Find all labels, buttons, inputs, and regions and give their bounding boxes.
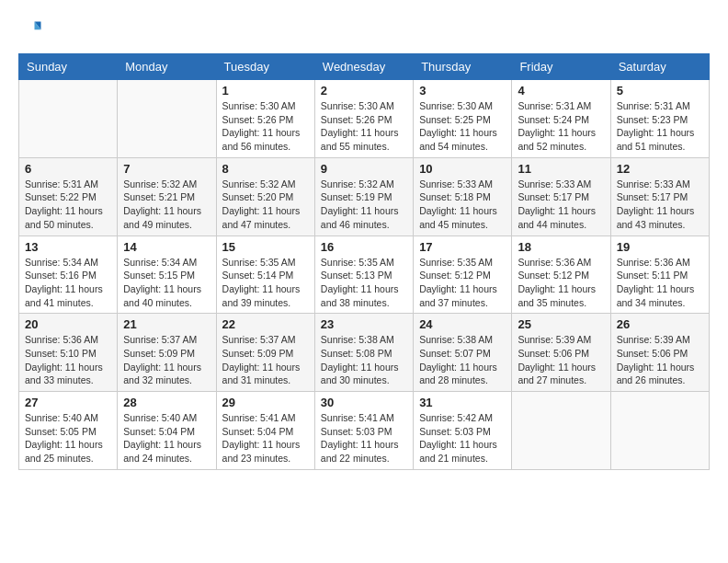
calendar-cell: 5Sunrise: 5:31 AM Sunset: 5:23 PM Daylig… [610,80,709,158]
day-info: Sunrise: 5:35 AM Sunset: 5:13 PM Dayligh… [321,256,407,310]
day-info: Sunrise: 5:31 AM Sunset: 5:24 PM Dayligh… [518,99,604,154]
calendar-cell: 13Sunrise: 5:34 AM Sunset: 5:16 PM Dayli… [19,236,118,314]
day-info: Sunrise: 5:33 AM Sunset: 5:18 PM Dayligh… [419,178,506,232]
calendar-cell: 26Sunrise: 5:39 AM Sunset: 5:06 PM Dayli… [610,314,709,392]
calendar-cell: 4Sunrise: 5:31 AM Sunset: 5:24 PM Daylig… [512,80,610,158]
calendar-cell: 31Sunrise: 5:42 AM Sunset: 5:03 PM Dayli… [414,392,512,470]
day-info: Sunrise: 5:39 AM Sunset: 5:06 PM Dayligh… [518,333,604,387]
calendar-cell: 23Sunrise: 5:38 AM Sunset: 5:08 PM Dayli… [314,314,413,392]
weekday-header-friday: Friday [512,54,610,80]
day-number: 3 [419,84,506,98]
day-info: Sunrise: 5:32 AM Sunset: 5:19 PM Dayligh… [321,178,407,232]
calendar-week-row: 13Sunrise: 5:34 AM Sunset: 5:16 PM Dayli… [19,236,710,314]
day-number: 29 [222,396,309,409]
day-info: Sunrise: 5:36 AM Sunset: 5:11 PM Dayligh… [617,256,703,310]
page-header [18,18,710,44]
calendar-cell: 3Sunrise: 5:30 AM Sunset: 5:25 PM Daylig… [414,80,512,158]
day-info: Sunrise: 5:32 AM Sunset: 5:21 PM Dayligh… [123,178,210,232]
calendar-cell: 21Sunrise: 5:37 AM Sunset: 5:09 PM Dayli… [118,314,216,392]
day-number: 4 [518,84,604,98]
day-info: Sunrise: 5:30 AM Sunset: 5:25 PM Dayligh… [419,99,506,154]
day-number: 9 [321,162,407,176]
calendar-cell: 30Sunrise: 5:41 AM Sunset: 5:03 PM Dayli… [314,392,413,470]
day-number: 6 [25,162,111,176]
day-number: 21 [123,317,210,331]
weekday-header-thursday: Thursday [414,54,512,80]
day-number: 10 [419,162,506,176]
weekday-header-wednesday: Wednesday [314,54,413,80]
calendar-cell: 28Sunrise: 5:40 AM Sunset: 5:04 PM Dayli… [118,392,216,470]
day-number: 19 [617,240,703,254]
day-number: 13 [25,240,111,254]
calendar-week-row: 1Sunrise: 5:30 AM Sunset: 5:26 PM Daylig… [19,80,710,158]
calendar-header-row: SundayMondayTuesdayWednesdayThursdayFrid… [19,54,710,80]
day-number: 26 [617,317,703,331]
calendar-table: SundayMondayTuesdayWednesdayThursdayFrid… [18,53,710,470]
day-number: 7 [123,162,210,176]
day-info: Sunrise: 5:34 AM Sunset: 5:16 PM Dayligh… [25,256,111,310]
calendar-cell [19,80,118,158]
calendar-cell: 25Sunrise: 5:39 AM Sunset: 5:06 PM Dayli… [512,314,610,392]
calendar-cell: 27Sunrise: 5:40 AM Sunset: 5:05 PM Dayli… [19,392,118,470]
day-info: Sunrise: 5:36 AM Sunset: 5:12 PM Dayligh… [518,256,604,310]
weekday-header-sunday: Sunday [19,54,118,80]
day-info: Sunrise: 5:33 AM Sunset: 5:17 PM Dayligh… [617,178,703,232]
calendar-cell: 22Sunrise: 5:37 AM Sunset: 5:09 PM Dayli… [216,314,314,392]
day-info: Sunrise: 5:39 AM Sunset: 5:06 PM Dayligh… [617,333,703,387]
calendar-cell: 19Sunrise: 5:36 AM Sunset: 5:11 PM Dayli… [610,236,709,314]
day-number: 17 [419,240,506,254]
day-info: Sunrise: 5:31 AM Sunset: 5:23 PM Dayligh… [617,99,703,154]
weekday-header-saturday: Saturday [610,54,709,80]
day-number: 25 [518,317,604,331]
day-info: Sunrise: 5:31 AM Sunset: 5:22 PM Dayligh… [25,178,111,232]
day-number: 15 [222,240,309,254]
day-info: Sunrise: 5:40 AM Sunset: 5:05 PM Dayligh… [25,411,111,465]
weekday-header-monday: Monday [118,54,216,80]
calendar-cell: 24Sunrise: 5:38 AM Sunset: 5:07 PM Dayli… [414,314,512,392]
calendar-cell [118,80,216,158]
day-number: 12 [617,162,703,176]
logo-icon [18,18,44,44]
calendar-cell: 14Sunrise: 5:34 AM Sunset: 5:15 PM Dayli… [118,236,216,314]
calendar-cell: 10Sunrise: 5:33 AM Sunset: 5:18 PM Dayli… [414,157,512,236]
calendar-cell: 18Sunrise: 5:36 AM Sunset: 5:12 PM Dayli… [512,236,610,314]
day-number: 24 [419,317,506,331]
calendar-cell: 17Sunrise: 5:35 AM Sunset: 5:12 PM Dayli… [414,236,512,314]
day-info: Sunrise: 5:30 AM Sunset: 5:26 PM Dayligh… [321,99,407,154]
calendar-cell: 29Sunrise: 5:41 AM Sunset: 5:04 PM Dayli… [216,392,314,470]
day-info: Sunrise: 5:32 AM Sunset: 5:20 PM Dayligh… [222,178,309,232]
calendar-cell: 7Sunrise: 5:32 AM Sunset: 5:21 PM Daylig… [118,157,216,236]
calendar-cell [512,392,610,470]
day-number: 18 [518,240,604,254]
day-number: 30 [321,396,407,409]
day-number: 22 [222,317,309,331]
day-number: 1 [222,84,309,98]
calendar-cell: 15Sunrise: 5:35 AM Sunset: 5:14 PM Dayli… [216,236,314,314]
calendar-cell: 20Sunrise: 5:36 AM Sunset: 5:10 PM Dayli… [19,314,118,392]
day-info: Sunrise: 5:37 AM Sunset: 5:09 PM Dayligh… [123,333,210,387]
day-number: 2 [321,84,407,98]
calendar-cell [610,392,709,470]
day-info: Sunrise: 5:37 AM Sunset: 5:09 PM Dayligh… [222,333,309,387]
day-number: 8 [222,162,309,176]
day-number: 5 [617,84,703,98]
calendar-cell: 12Sunrise: 5:33 AM Sunset: 5:17 PM Dayli… [610,157,709,236]
day-info: Sunrise: 5:35 AM Sunset: 5:14 PM Dayligh… [222,256,309,310]
day-info: Sunrise: 5:40 AM Sunset: 5:04 PM Dayligh… [123,411,210,465]
day-info: Sunrise: 5:38 AM Sunset: 5:08 PM Dayligh… [321,333,407,387]
calendar-cell: 8Sunrise: 5:32 AM Sunset: 5:20 PM Daylig… [216,157,314,236]
weekday-header-tuesday: Tuesday [216,54,314,80]
day-info: Sunrise: 5:34 AM Sunset: 5:15 PM Dayligh… [123,256,210,310]
day-info: Sunrise: 5:41 AM Sunset: 5:03 PM Dayligh… [321,411,407,465]
calendar-week-row: 6Sunrise: 5:31 AM Sunset: 5:22 PM Daylig… [19,157,710,236]
calendar-cell: 16Sunrise: 5:35 AM Sunset: 5:13 PM Dayli… [314,236,413,314]
day-number: 23 [321,317,407,331]
day-info: Sunrise: 5:38 AM Sunset: 5:07 PM Dayligh… [419,333,506,387]
day-info: Sunrise: 5:41 AM Sunset: 5:04 PM Dayligh… [222,411,309,465]
calendar-cell: 2Sunrise: 5:30 AM Sunset: 5:26 PM Daylig… [314,80,413,158]
day-number: 31 [419,396,506,409]
day-number: 20 [25,317,111,331]
day-info: Sunrise: 5:33 AM Sunset: 5:17 PM Dayligh… [518,178,604,232]
day-number: 11 [518,162,604,176]
calendar-week-row: 20Sunrise: 5:36 AM Sunset: 5:10 PM Dayli… [19,314,710,392]
